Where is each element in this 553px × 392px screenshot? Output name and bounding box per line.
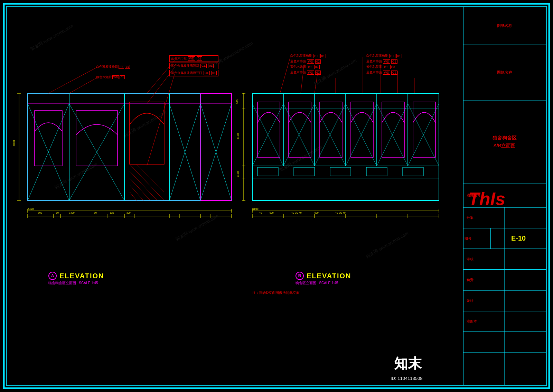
legend-r1-box: 白色乳胶漆粉刷PT01 蓝色木饰面WD02 蓝色木饰面PT02 蓝色木饰面WD0… [290,54,326,75]
elevation-b-subtitle: 狗舍区立面图 SCALE 1:45 [296,281,351,286]
legend-c3: 蓝色金属板玻璃滑开门GL01 [169,70,218,76]
svg-rect-62 [294,167,315,176]
elevation-a-circle: A [48,272,57,280]
svg-rect-63 [330,167,351,176]
legend-left-2-num: 01 [120,75,125,79]
svg-line-36 [130,178,150,200]
rp-manager-label: 负责 [467,278,474,282]
svg-rect-30 [35,111,62,166]
elevation-a-subtitle: 猫舍狗舍区立面图 SCALE 1:45 [48,281,104,286]
svg-line-106 [48,67,97,93]
rp-drawing-type: 图纸名称 [463,45,546,100]
legend-r2-2: 蓝色木饰面WDC2 [366,59,402,64]
legend-left-2-code: WD [112,75,119,79]
height-b-main: 3100 [236,133,240,140]
svg-rect-21 [200,93,232,200]
legend-c1: 蓝色木门框WD01 [169,55,218,62]
svg-rect-64 [366,167,387,176]
legend-r2-4: 蓝色木饰面WDC2 [366,70,402,75]
height-a: 3000 [12,140,16,147]
dim-a1: 800 [38,212,42,214]
svg-rect-59 [252,178,439,200]
legend-r1-2: 蓝色木饰面WD02 [290,59,326,64]
dim-a3: 1400 [69,212,75,214]
rp-drawing-num-label: 图号 [463,228,491,249]
rp-review-label: 审核 [467,257,474,262]
dim-b4: 920 [315,212,319,214]
height-b-bot: 1100 [236,171,240,178]
rp-review: 审核 [463,249,546,270]
brand-name: 知末 [394,354,422,373]
elevation-b-title-group: B ELEVATION 狗舍区立面图 SCALE 1:45 [296,272,351,286]
brand-id: ID: 1104113508 [391,376,423,381]
legend-c2: 蓝色金属板玻璃隔断GL01 [169,63,218,69]
rp-note: 注图本 [463,311,546,332]
legend-r1-3: 蓝色木饰面PT02 [290,65,326,69]
rp-manager: 负责 [463,270,546,290]
svg-line-37 [130,185,143,200]
svg-rect-32 [130,102,164,164]
legend-r1-4: 蓝色木饰面WD02 [290,70,326,75]
elevation-a-title: ELEVATION [59,272,104,280]
rp-drawing-title: 图纸名称 [463,7,546,45]
svg-rect-18 [69,93,124,200]
rp-case-label: 分案 [467,215,474,220]
dim-b1: 40 [259,212,262,214]
svg-rect-20 [169,93,200,200]
rp-designer: 设计 [463,290,546,311]
svg-rect-17 [28,93,69,200]
dim-a4: 80 [94,212,97,214]
legend-left-1-label: 白色乳胶漆粉刷 [96,65,118,69]
legend-left-2: 颜色木湘厨 WD 01 [96,75,125,80]
dim-a6: 300 [126,212,131,214]
dim-a2: 10 [56,212,59,214]
svg-line-35 [130,171,157,200]
dim-b3: 40 EQ 40 [291,212,302,214]
legend-r1-1: 白色乳胶漆粉刷PT01 [290,54,326,58]
dim-total-b: 5150 [252,207,259,211]
rp-project-name: 猫舍狗舍区A/B立面图 [463,100,546,183]
svg-line-38 [130,192,137,200]
legend-center-box: 蓝色木门框WD01 蓝色金属板玻璃隔断GL01 蓝色金属板玻璃滑开门GL01 [169,55,218,76]
svg-rect-31 [76,111,118,166]
svg-line-110 [147,74,175,166]
rp-note-label: 注图本 [467,319,477,324]
rp-case: 分案 [463,207,546,228]
dim-b5: 40 EQ 40 [335,212,346,214]
dim-a5: 620 [110,212,114,214]
svg-line-34 [137,164,164,192]
legend-left-1-num: 01 [125,65,130,69]
legend-r2-box: 白色乳胶漆粉刷PT01 蓝色木饰面WDC2 资色乳胶漆PTC3 蓝色木饰面WDC… [366,54,402,75]
rp-project-name-text: 猫舍狗舍区A/B立面图 [493,134,517,149]
legend-r2-3: 资色乳胶漆PTC3 [366,65,402,69]
svg-rect-19 [124,93,169,200]
legend-left-1: 白色乳胶漆粉刷 PT 01 [96,65,130,69]
elevation-a-title-group: A ELEVATION 猫舍狗舍区立面图 SCALE 1:45 [48,272,104,286]
rp-designer-label: 设计 [467,298,474,303]
svg-rect-61 [257,167,278,176]
svg-rect-65 [403,167,423,176]
elevation-b-note: 注：狗舍D立面图做法同此立面 [252,290,300,295]
legend-left-2-label: 颜色木湘厨 [96,75,112,80]
rp-drawing-num: 图号 E-10 [463,228,546,249]
rp-drawing-num-value: E-10 [491,228,546,249]
dim-total-a: 6420 [28,207,34,211]
elevation-b-circle: B [296,272,304,280]
svg-line-111 [280,57,290,93]
svg-line-33 [130,164,164,200]
elevation-b-title: ELEVATION [307,272,351,280]
this-label: ThIs [468,188,505,209]
height-b-top: 800 [236,100,239,104]
legend-r2-1: 白色乳胶漆粉刷PT01 [366,54,402,58]
svg-rect-60 [252,166,439,178]
dim-b2: 920 [270,212,274,214]
legend-left-1-code: PT [119,65,124,69]
